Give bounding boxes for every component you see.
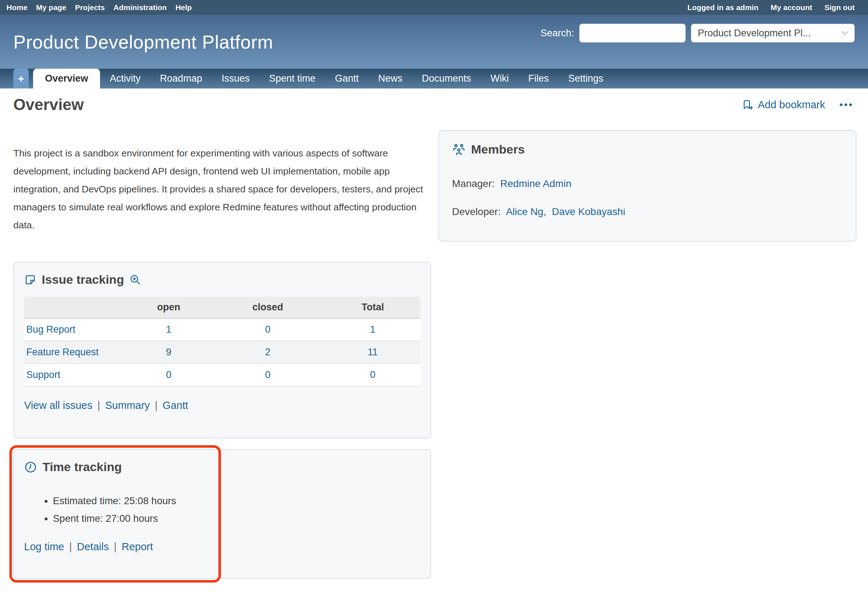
- members-box-title: Members: [471, 143, 525, 157]
- member-link-redmine-admin[interactable]: Redmine Admin: [500, 178, 571, 189]
- topbar-link-my-page[interactable]: My page: [36, 3, 66, 12]
- add-bookmark-button[interactable]: Add bookmark: [741, 98, 825, 111]
- issue-tracking-title: Issue tracking: [42, 273, 124, 287]
- tab-activity[interactable]: Activity: [100, 69, 151, 89]
- member-row-developer: Developer: Alice Ng, Dave Kobayashi: [452, 206, 843, 218]
- add-tab-button[interactable]: +: [13, 69, 29, 89]
- tab-spent-time[interactable]: Spent time: [260, 69, 325, 89]
- tab-news[interactable]: News: [368, 69, 412, 89]
- log-time-link[interactable]: Log time: [24, 541, 64, 552]
- issue-tracking-links: View all issues|Summary|Gantt: [24, 399, 420, 412]
- project-title: Product Development Platform: [13, 31, 273, 53]
- issue-tracking-box: Issue tracking open closed Total Bug: [13, 262, 431, 438]
- search-label: Search:: [540, 28, 574, 39]
- topbar-link-my-account[interactable]: My account: [771, 3, 812, 12]
- link-separator: |: [155, 399, 158, 411]
- summary-link[interactable]: Summary: [105, 399, 150, 411]
- time-tracking-title: Time tracking: [43, 460, 122, 474]
- developer-label: Developer:: [452, 206, 500, 217]
- tab-gantt[interactable]: Gantt: [325, 69, 368, 89]
- tracker-link-bug-report[interactable]: Bug Report: [26, 324, 75, 335]
- tab-settings[interactable]: Settings: [559, 69, 613, 89]
- clock-icon: [24, 461, 37, 474]
- top-menu-right: Logged in as admin My account Sign out: [687, 3, 855, 12]
- support-closed-count[interactable]: 0: [265, 369, 271, 380]
- developer-comma: ,: [543, 206, 546, 217]
- feature-request-closed-count[interactable]: 2: [265, 347, 271, 358]
- manager-label: Manager:: [452, 178, 494, 189]
- link-separator: |: [69, 541, 72, 552]
- time-tracking-box: Time tracking Estimated time: 25:08 hour…: [13, 449, 431, 579]
- support-open-count[interactable]: 0: [166, 369, 171, 380]
- tab-wiki[interactable]: Wiki: [481, 69, 519, 89]
- support-total-count[interactable]: 0: [370, 369, 376, 380]
- page-title: Overview: [13, 96, 84, 114]
- main-content: Overview Add bookmark ••• This project i…: [0, 89, 868, 602]
- tab-overview[interactable]: Overview: [33, 69, 100, 89]
- bug-report-closed-count[interactable]: 0: [265, 324, 271, 335]
- header-search-area: Search: Product Development Pl...: [540, 24, 855, 43]
- add-bookmark-label: Add bookmark: [758, 99, 825, 111]
- tab-roadmap[interactable]: Roadmap: [151, 69, 212, 89]
- gantt-link[interactable]: Gantt: [163, 399, 188, 411]
- note-icon: [24, 274, 36, 286]
- bug-report-open-count[interactable]: 1: [166, 324, 171, 335]
- tab-documents[interactable]: Documents: [412, 69, 481, 89]
- link-separator: |: [114, 541, 117, 552]
- column-open: open: [127, 297, 210, 318]
- topbar-link-home[interactable]: Home: [6, 3, 27, 12]
- bug-report-total-count[interactable]: 1: [370, 324, 376, 335]
- users-group-icon: [452, 143, 466, 157]
- topbar-link-projects[interactable]: Projects: [75, 3, 105, 12]
- details-link[interactable]: Details: [77, 541, 109, 552]
- page-actions: Add bookmark •••: [741, 98, 854, 111]
- table-row-feature-request: Feature Request 9 2 11: [24, 341, 420, 364]
- project-header: Product Development Platform Search: Pro…: [0, 15, 868, 69]
- top-menu-bar: Home My page Projects Administration Hel…: [0, 0, 868, 15]
- top-menu-left: Home My page Projects Administration Hel…: [6, 3, 192, 12]
- column-total: Total: [325, 297, 420, 318]
- topbar-link-help[interactable]: Help: [175, 3, 192, 12]
- members-box: Members Manager: Redmine Admin Developer…: [438, 130, 856, 242]
- time-tracking-links: Log time|Details|Report: [24, 541, 420, 553]
- view-all-issues-link[interactable]: View all issues: [24, 399, 92, 411]
- more-actions-button[interactable]: •••: [840, 99, 854, 111]
- project-jump-select[interactable]: Product Development Pl...: [691, 24, 855, 43]
- logged-in-status: Logged in as admin: [687, 3, 758, 12]
- spent-time-item: Spent time: 27:00 hours: [53, 510, 420, 527]
- estimated-time-item: Estimated time: 25:08 hours: [53, 492, 420, 510]
- chevron-down-icon: [839, 28, 850, 38]
- project-tab-bar: + Overview Activity Roadmap Issues Spent…: [0, 69, 868, 89]
- search-input[interactable]: [579, 24, 686, 43]
- time-tracking-list: Estimated time: 25:08 hours Spent time: …: [24, 492, 420, 527]
- feature-request-total-count[interactable]: 11: [368, 347, 378, 358]
- member-link-dave-kobayashi[interactable]: Dave Kobayashi: [552, 206, 625, 217]
- logged-in-username: admin: [736, 3, 759, 12]
- report-link[interactable]: Report: [122, 541, 153, 552]
- tab-files[interactable]: Files: [519, 69, 559, 89]
- bookmark-plus-icon: [741, 98, 754, 111]
- project-description: This project is a sandbox environment fo…: [13, 144, 427, 234]
- member-row-manager: Manager: Redmine Admin: [452, 178, 843, 189]
- issue-table-header-row: open closed Total: [24, 297, 420, 318]
- topbar-link-sign-out[interactable]: Sign out: [825, 3, 855, 12]
- feature-request-open-count[interactable]: 9: [166, 347, 171, 358]
- zoom-in-icon[interactable]: [129, 274, 141, 286]
- project-select-value: Product Development Pl...: [698, 28, 811, 39]
- column-closed: closed: [210, 297, 325, 318]
- tracker-link-support[interactable]: Support: [26, 369, 60, 380]
- tab-issues[interactable]: Issues: [212, 69, 260, 89]
- table-row-support: Support 0 0 0: [24, 364, 420, 386]
- member-link-alice-ng[interactable]: Alice Ng: [506, 206, 543, 217]
- tracker-link-feature-request[interactable]: Feature Request: [26, 347, 98, 358]
- table-row-bug-report: Bug Report 1 0 1: [24, 318, 420, 341]
- topbar-link-administration[interactable]: Administration: [113, 3, 167, 12]
- link-separator: |: [97, 399, 100, 411]
- issue-tracking-table: open closed Total Bug Report 1 0 1 Featu…: [24, 297, 420, 387]
